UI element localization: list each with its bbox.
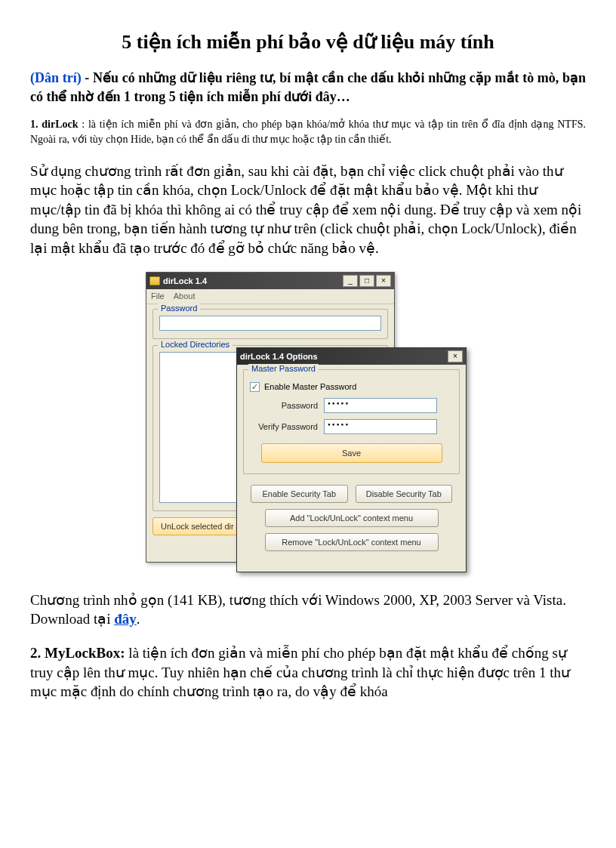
enable-security-tab-button[interactable]: Enable Security Tab [251,485,348,503]
save-button[interactable]: Save [261,443,442,463]
item-1: 1. dirLock : là tiện ích miễn phí và đơn… [30,117,586,146]
enable-master-row: ✓ Enable Master Password [250,382,453,392]
options-close-button[interactable]: × [448,350,463,362]
dirlock-options-window: dirLock 1.4 Options × Master Password ✓ … [236,347,467,572]
paragraph-2: Chương trình nhỏ gọn (141 KB), tương thí… [30,591,586,629]
maximize-button[interactable]: □ [359,275,374,287]
add-context-menu-button[interactable]: Add "Lock/UnLock" context menu [265,509,439,527]
item-1-label: 1. dirLock [30,119,79,130]
menu-about[interactable]: About [174,291,196,301]
enable-master-label: Enable Master Password [264,382,356,391]
menu-file[interactable]: File [151,291,165,301]
remove-context-row: Remove "Lock/UnLock" context menu [243,533,460,551]
verify-password-input[interactable]: ••••• [324,419,437,434]
options-client-area: Master Password ✓ Enable Master Password… [237,365,466,556]
enable-master-checkbox[interactable]: ✓ [250,382,260,392]
password-label: Password [250,401,318,410]
app-screenshot: dirLock 1.4 _ □ × File About Password Lo… [30,272,586,574]
para2-a: Chương trình nhỏ gọn (141 KB), tương thí… [30,592,566,628]
download-link[interactable]: đây [114,611,137,627]
password-row: Password ••••• [250,398,453,413]
intro-paragraph: (Dân trí) - Nếu có những dữ liệu riêng t… [30,69,586,106]
minimize-button[interactable]: _ [343,275,358,287]
paragraph-1: Sử dụng chương trình rất đơn giản, sau k… [30,162,586,258]
verify-password-label: Verify Password [250,422,318,431]
close-button[interactable]: × [376,275,391,287]
menubar: File About [146,289,394,304]
master-password-label: Master Password [248,364,319,373]
master-password-group: Master Password ✓ Enable Master Password… [243,369,460,474]
folder-icon [149,276,160,285]
locked-dirs-label: Locked Directories [158,340,233,349]
item-1-text: : là tiện ích miễn phí và đơn giản, cho … [30,119,586,145]
main-window-title: dirLock 1.4 [163,276,341,285]
para2-b: . [137,611,140,627]
security-tab-row: Enable Security Tab Disable Security Tab [243,485,460,503]
unlock-button[interactable]: UnLock selected dir [152,517,242,535]
master-password-input[interactable]: ••••• [324,398,437,413]
add-context-row: Add "Lock/UnLock" context menu [243,509,460,527]
options-titlebar: dirLock 1.4 Options × [237,348,466,365]
disable-security-tab-button[interactable]: Disable Security Tab [356,485,453,503]
intro-lead: (Dân trí) [30,70,82,85]
item-2-label: 2. MyLockBox: [30,645,125,661]
remove-context-menu-button[interactable]: Remove "Lock/UnLock" context menu [265,533,439,551]
password-group: Password [152,309,388,339]
password-input[interactable] [159,316,381,331]
main-titlebar: dirLock 1.4 _ □ × [146,273,394,289]
options-window-title: dirLock 1.4 Options [240,352,446,361]
verify-password-row: Verify Password ••••• [250,419,453,434]
password-group-label: Password [158,304,200,313]
item-2: 2. MyLockBox: là tiện ích đơn giản và mi… [30,643,586,702]
intro-rest: - Nếu có những dữ liệu riêng tư, bí mật … [30,70,586,104]
page-title: 5 tiện ích miễn phí bảo vệ dữ liệu máy t… [30,30,586,54]
